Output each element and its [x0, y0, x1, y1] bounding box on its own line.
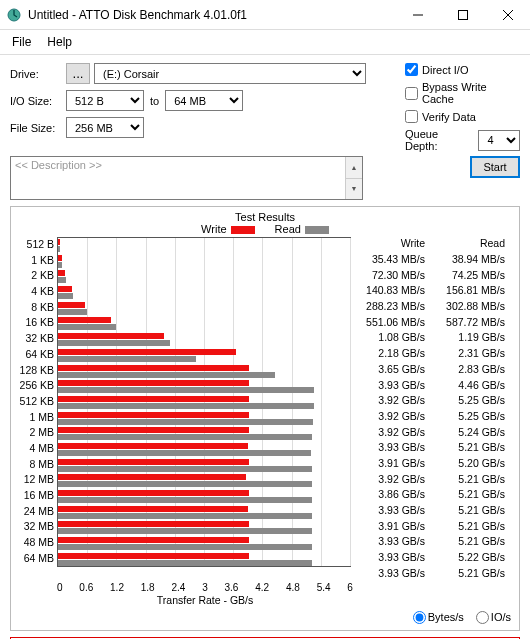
- bar-row: [58, 332, 350, 348]
- y-tick: 16 MB: [15, 488, 54, 504]
- bar-write: [58, 302, 85, 308]
- results-panel: Test Results Write Read 512 B1 KB2 KB4 K…: [10, 206, 520, 631]
- bar-write: [58, 474, 246, 480]
- start-button[interactable]: Start: [470, 156, 520, 178]
- y-tick: 12 MB: [15, 472, 54, 488]
- bar-read: [58, 293, 73, 299]
- chart-x-axis: 00.61.21.82.433.64.24.85.46 Transfer Rat…: [57, 582, 353, 606]
- svg-rect-1: [458, 10, 467, 19]
- results-row: 2.18 GB/s2.31 GB/s: [351, 346, 511, 362]
- results-row: 35.43 MB/s38.94 MB/s: [351, 252, 511, 268]
- bar-read: [58, 246, 60, 252]
- bar-read: [58, 544, 312, 550]
- results-row: 1.08 GB/s1.19 GB/s: [351, 330, 511, 346]
- results-title: Test Results: [15, 211, 515, 223]
- legend-write-swatch: [231, 226, 255, 234]
- y-tick: 512 B: [15, 237, 54, 253]
- radio-ios[interactable]: IO/s: [476, 611, 511, 625]
- bar-read: [58, 387, 314, 393]
- iosize-to-label: to: [150, 95, 159, 107]
- y-tick: 16 KB: [15, 315, 54, 331]
- results-row: 3.92 GB/s5.25 GB/s: [351, 409, 511, 425]
- bar-write: [58, 412, 249, 418]
- bar-write: [58, 427, 249, 433]
- bar-row: [58, 552, 350, 568]
- bar-row: [58, 505, 350, 521]
- chart-y-labels: 512 B1 KB2 KB4 KB8 KB16 KB32 KB64 KB128 …: [15, 237, 57, 581]
- bar-row: [58, 301, 350, 317]
- results-row: 3.93 GB/s5.21 GB/s: [351, 440, 511, 456]
- bar-row: [58, 458, 350, 474]
- iosize-label: I/O Size:: [10, 95, 66, 107]
- results-col-write: Write: [351, 237, 431, 252]
- bypass-checkbox[interactable]: Bypass Write Cache: [405, 81, 520, 105]
- y-tick: 8 MB: [15, 457, 54, 473]
- iosize-to-select[interactable]: 64 MB: [165, 90, 243, 111]
- queuedepth-label: Queue Depth:: [405, 128, 472, 152]
- bar-read: [58, 324, 116, 330]
- bar-row: [58, 269, 350, 285]
- directio-checkbox[interactable]: Direct I/O: [405, 63, 520, 76]
- drive-browse-button[interactable]: ...: [66, 63, 90, 84]
- bar-row: [58, 442, 350, 458]
- bar-write: [58, 506, 248, 512]
- titlebar: Untitled - ATTO Disk Benchmark 4.01.0f1: [0, 0, 530, 30]
- drive-select[interactable]: (E:) Corsair: [94, 63, 366, 84]
- iosize-from-select[interactable]: 512 B: [66, 90, 144, 111]
- chart-legend: Write Read: [15, 223, 515, 235]
- bar-read: [58, 419, 313, 425]
- bar-row: [58, 316, 350, 332]
- bar-row: [58, 411, 350, 427]
- results-row: 140.83 MB/s156.81 MB/s: [351, 283, 511, 299]
- bar-read: [58, 528, 312, 534]
- y-tick: 32 KB: [15, 331, 54, 347]
- results-table: Write Read 35.43 MB/s38.94 MB/s72.30 MB/…: [351, 237, 511, 581]
- window-title: Untitled - ATTO Disk Benchmark 4.01.0f1: [28, 8, 395, 22]
- bar-row: [58, 379, 350, 395]
- bar-write: [58, 553, 249, 559]
- bar-write: [58, 537, 249, 543]
- bar-read: [58, 513, 312, 519]
- menu-file[interactable]: File: [4, 32, 39, 52]
- bar-read: [58, 262, 62, 268]
- bar-read: [58, 372, 275, 378]
- bar-write: [58, 255, 62, 261]
- y-tick: 512 KB: [15, 394, 54, 410]
- y-tick: 2 KB: [15, 268, 54, 284]
- minimize-button[interactable]: [395, 0, 440, 30]
- description-spinner[interactable]: ▲▼: [345, 157, 362, 199]
- bar-row: [58, 364, 350, 380]
- results-row: 3.92 GB/s5.24 GB/s: [351, 425, 511, 441]
- results-row: 3.86 GB/s5.21 GB/s: [351, 487, 511, 503]
- drive-label: Drive:: [10, 68, 66, 80]
- bar-read: [58, 340, 170, 346]
- filesize-select[interactable]: 256 MB: [66, 117, 144, 138]
- maximize-button[interactable]: [440, 0, 485, 30]
- bar-write: [58, 270, 65, 276]
- results-row: 3.91 GB/s5.20 GB/s: [351, 456, 511, 472]
- y-tick: 1 KB: [15, 253, 54, 269]
- queuedepth-select[interactable]: 4: [478, 130, 520, 151]
- results-row: 72.30 MB/s74.25 MB/s: [351, 268, 511, 284]
- bar-write: [58, 239, 60, 245]
- verify-checkbox[interactable]: Verify Data: [405, 110, 520, 123]
- bar-write: [58, 333, 164, 339]
- bar-row: [58, 238, 350, 254]
- bar-write: [58, 459, 249, 465]
- y-tick: 48 MB: [15, 535, 54, 551]
- description-input[interactable]: << Description >> ▲▼: [10, 156, 363, 200]
- results-row: 3.91 GB/s5.21 GB/s: [351, 519, 511, 535]
- app-icon: [6, 7, 22, 23]
- results-row: 3.93 GB/s5.22 GB/s: [351, 550, 511, 566]
- chart-x-label: Transfer Rate - GB/s: [57, 594, 353, 606]
- results-row: 551.06 MB/s587.72 MB/s: [351, 315, 511, 331]
- bar-write: [58, 490, 249, 496]
- menu-help[interactable]: Help: [39, 32, 80, 52]
- results-row: 3.92 GB/s5.25 GB/s: [351, 393, 511, 409]
- close-button[interactable]: [485, 0, 530, 30]
- legend-read-swatch: [305, 226, 329, 234]
- radio-bytes[interactable]: Bytes/s: [413, 611, 464, 625]
- y-tick: 4 KB: [15, 284, 54, 300]
- bar-read: [58, 497, 312, 503]
- bar-read: [58, 356, 196, 362]
